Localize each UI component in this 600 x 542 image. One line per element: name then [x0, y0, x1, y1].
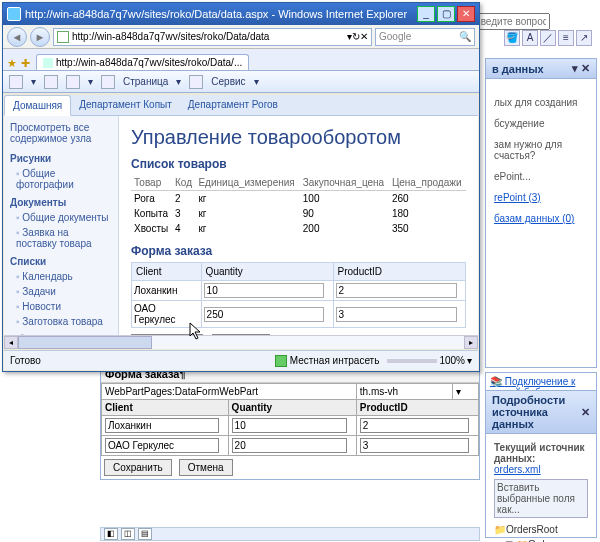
nav-prep[interactable]: Заготовка товара: [4, 314, 118, 329]
help-question-input[interactable]: [470, 13, 550, 30]
ie-window: http://win-a848da7q7wv/sites/roko/Data/d…: [2, 2, 480, 372]
nav-group-docs: Документы: [4, 192, 118, 210]
minus-icon[interactable]: ⊟: [504, 537, 514, 542]
tab-horn[interactable]: Департамент Рогов: [180, 95, 286, 115]
pane-text: лых для создания: [494, 97, 588, 108]
font-color-icon[interactable]: A: [522, 30, 538, 46]
tools-icon[interactable]: [189, 75, 203, 89]
mail-icon[interactable]: [66, 75, 80, 89]
line-style-icon[interactable]: ≡: [558, 30, 574, 46]
search-box[interactable]: Google 🔍: [375, 28, 475, 46]
pane-text: ePoint...: [494, 171, 588, 182]
add-favorites-icon[interactable]: ✚: [21, 57, 30, 70]
nav-order[interactable]: Заявка на поставку товара: [4, 225, 118, 251]
browser-tab[interactable]: http://win-a848da7q7wv/sites/roko/Data/.…: [36, 54, 249, 70]
page-icon: [57, 31, 69, 43]
line-icon[interactable]: ／: [540, 30, 556, 46]
nav-group-lists: Списки: [4, 251, 118, 269]
arrow-icon[interactable]: ↗: [576, 30, 592, 46]
col-client: Client: [102, 400, 229, 416]
tab-hoof[interactable]: Департамент Копыт: [71, 95, 180, 115]
pid-input[interactable]: [360, 418, 469, 433]
pid-input[interactable]: [336, 283, 457, 298]
table-row: [102, 436, 479, 456]
form-heading: Форма заказа: [131, 244, 466, 258]
insert-fields-button[interactable]: Вставить выбранные поля как...: [494, 479, 588, 518]
minimize-button[interactable]: _: [417, 6, 435, 22]
fill-color-icon[interactable]: 🪣: [504, 30, 520, 46]
page-menu[interactable]: Страница: [123, 76, 168, 87]
th-class[interactable]: th.ms-vh: [356, 384, 452, 400]
nav-calendar[interactable]: Календарь: [4, 269, 118, 284]
search-provider: Google: [379, 31, 411, 42]
client-input[interactable]: [105, 438, 219, 453]
tab-home[interactable]: Домашняя: [4, 95, 71, 116]
nav-tasks[interactable]: Задачи: [4, 284, 118, 299]
main-pane: Управление товарооборотом Список товаров…: [119, 116, 478, 348]
col-sell: Цена_продажи: [389, 175, 466, 191]
favorites-icon[interactable]: ★: [7, 57, 17, 70]
tab-title: http://win-a848da7q7wv/sites/roko/Data/.…: [56, 57, 242, 68]
col-buy: Закупочная_цена: [300, 175, 389, 191]
view-code-icon[interactable]: ▤: [138, 528, 152, 540]
refresh-icon[interactable]: ↻: [352, 31, 360, 42]
zoom-control[interactable]: 100% ▾: [387, 355, 472, 366]
view-all-content[interactable]: Просмотреть все содержимое узла: [4, 116, 118, 148]
close-button[interactable]: ✕: [457, 6, 475, 22]
zone-icon: [275, 355, 287, 367]
page-menu-icon[interactable]: [101, 75, 115, 89]
scroll-left-icon[interactable]: ◂: [4, 336, 18, 349]
scroll-thumb[interactable]: [18, 336, 152, 349]
security-zone: Местная интрасеть: [290, 355, 380, 366]
table-row: Хвосты4кг200350: [131, 221, 466, 236]
link-databases[interactable]: базам данных (0): [494, 213, 588, 224]
titlebar[interactable]: http://win-a848da7q7wv/sites/roko/Data/d…: [3, 3, 479, 25]
close-icon[interactable]: ✕: [581, 406, 590, 419]
col-pid: ProductID: [333, 263, 465, 281]
page-icon: [43, 58, 53, 68]
link-sharepoint[interactable]: rePoint (3): [494, 192, 588, 203]
nav-docs[interactable]: Общие документы: [4, 210, 118, 225]
url-field[interactable]: http://win-a848da7q7wv/sites/roko/Data/d…: [53, 28, 372, 46]
save-button[interactable]: Сохранить: [104, 459, 172, 476]
qty-input[interactable]: [204, 283, 325, 298]
forward-button[interactable]: ►: [30, 27, 50, 47]
scroll-right-icon[interactable]: ▸: [464, 336, 478, 349]
sp-top-tabs: Домашняя Департамент Копыт Департамент Р…: [4, 95, 478, 116]
order-form: Client Quantity ProductID Лоханкин ОАО Г…: [131, 262, 466, 328]
folder-icon: 📁: [494, 522, 504, 537]
h-scrollbar[interactable]: ◂ ▸: [4, 335, 478, 349]
ds-file-link[interactable]: orders.xml: [494, 464, 541, 475]
home-icon[interactable]: [9, 75, 23, 89]
view-design-icon[interactable]: ◧: [104, 528, 118, 540]
qty-input[interactable]: [232, 438, 347, 453]
view-split-icon[interactable]: ◫: [121, 528, 135, 540]
pane-title: Подробности источника данных: [492, 394, 581, 430]
nav-news[interactable]: Новости: [4, 299, 118, 314]
close-icon[interactable]: ▾ ✕: [572, 62, 590, 75]
table-row: [102, 416, 479, 436]
back-button[interactable]: ◄: [7, 27, 27, 47]
stop-icon[interactable]: ✕: [360, 31, 368, 42]
feeds-icon[interactable]: [44, 75, 58, 89]
pid-input[interactable]: [360, 438, 469, 453]
pid-input[interactable]: [336, 307, 457, 322]
search-icon[interactable]: 🔍: [459, 31, 471, 42]
goods-heading: Список товаров: [131, 157, 466, 171]
cancel-button[interactable]: Отмена: [179, 459, 233, 476]
nav-photos[interactable]: Общие фотографии: [4, 166, 118, 192]
col-code: Код: [172, 175, 195, 191]
qty-input[interactable]: [204, 307, 325, 322]
client-input[interactable]: [105, 418, 219, 433]
qty-input[interactable]: [232, 418, 347, 433]
window-title: http://win-a848da7q7wv/sites/roko/Data/d…: [25, 8, 417, 20]
col-pid: ProductID: [356, 400, 478, 416]
tools-menu[interactable]: Сервис: [211, 76, 245, 87]
col-name: Товар: [131, 175, 172, 191]
ds-tree: 📁OrdersRoot ⊟📁Orders ◂ [2/2] ▸ ▭OrderID …: [494, 522, 588, 542]
maximize-button[interactable]: ▢: [437, 6, 455, 22]
dropdown-icon[interactable]: ▾: [453, 384, 479, 400]
spd-design-surface: Форма заказа¶ WebPartPages:DataFormWebPa…: [100, 365, 480, 480]
webpart-tag[interactable]: WebPartPages:DataFormWebPart: [102, 384, 357, 400]
pane-text: бсуждение: [494, 118, 588, 129]
